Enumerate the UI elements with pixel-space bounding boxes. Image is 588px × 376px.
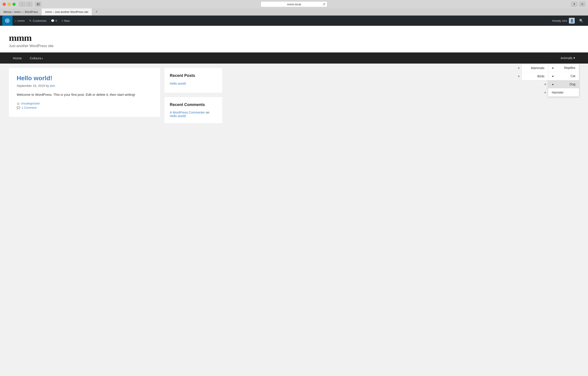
admin-bar-comments[interactable]: 💬 0 xyxy=(49,16,59,26)
main-wrapper: Hello world! September 16, 2019 by tom W… xyxy=(0,63,588,132)
forward-button[interactable]: › xyxy=(26,2,32,7)
comment-post-link[interactable]: Hello world! xyxy=(170,114,186,118)
article-footer: 🗂 Uncategorized 💬 1 Comment xyxy=(17,102,152,109)
animals-dropdown-arrow: ▾ xyxy=(573,56,575,60)
article-categories: 🗂 Uncategorized xyxy=(17,102,152,105)
site-tagline: Just another WordPress site xyxy=(9,44,579,48)
article-comments-link: 💬 1 Comment xyxy=(17,106,152,109)
nav-link-colours[interactable]: Colours xyxy=(26,53,47,63)
comments-icon: 💬 xyxy=(51,19,54,22)
wp-logo[interactable]: W xyxy=(2,16,12,26)
animals-submenu-birds[interactable]: Birds xyxy=(522,72,548,80)
animals-dropdown-item-reptiles[interactable]: ◂ Reptiles xyxy=(548,64,579,72)
category-icon: 🗂 xyxy=(17,102,20,105)
recent-posts-list: Hello world! xyxy=(170,82,217,85)
article-meta: September 16, 2019 by tom xyxy=(17,84,152,88)
animals-submenu-mammals[interactable]: Mammals xyxy=(522,64,548,72)
address-bar[interactable]: mmm.local ↺ xyxy=(261,1,327,7)
tab-2[interactable]: mmm – Just another WordPress site xyxy=(42,9,92,15)
admin-bar-search[interactable]: 🔍 xyxy=(577,19,586,23)
svg-text:W: W xyxy=(6,20,9,22)
article-title[interactable]: Hello world! xyxy=(17,75,152,82)
wp-admin-bar: W ⌂ mmm ✎ Customize 💬 0 + New Howdy, tom… xyxy=(0,16,588,26)
site-nav: Home Colours Animals ▾ ◂ Reptiles xyxy=(0,52,588,63)
tab-bar: Menus ‹ mmm — WordPress mmm – Just anoth… xyxy=(0,9,588,16)
site-title[interactable]: mmm xyxy=(9,32,579,43)
article-card: Hello world! September 16, 2019 by tom W… xyxy=(9,68,160,117)
nav-item-colours[interactable]: Colours xyxy=(26,53,47,63)
recent-posts-title: Recent Posts xyxy=(170,73,217,78)
recent-comments-title: Recent Comments xyxy=(170,103,217,107)
recent-post-item: Hello world! xyxy=(170,82,217,85)
admin-bar-right: Howdy, tom 👤 🔍 xyxy=(550,16,586,26)
customize-icon: ✎ xyxy=(29,19,32,22)
nav-link-animals[interactable]: Animals ▾ xyxy=(556,52,579,63)
svg-rect-3 xyxy=(37,3,38,5)
share-button[interactable]: ⬆ xyxy=(571,2,577,7)
animals-dropdown-item-dog[interactable]: ◂ Dog xyxy=(548,80,579,88)
site-icon: ⌂ xyxy=(15,19,16,22)
article-comments[interactable]: 1 Comment xyxy=(21,106,36,109)
comment-icon: 💬 xyxy=(17,106,20,109)
recent-comment-text: A WordPress Commenter on Hello world! xyxy=(170,111,217,118)
new-tab-plus-button[interactable]: + xyxy=(93,9,100,15)
submenu-arrow-left-cat: ◂ xyxy=(552,74,553,78)
article-category-link[interactable]: Uncategorized xyxy=(21,102,40,105)
submenu-arrow-left: ◂ xyxy=(552,66,553,70)
nav-item-home[interactable]: Home xyxy=(9,53,26,63)
animals-submenu-right: Mammals Birds xyxy=(522,64,548,80)
animals-dropdown-list: ◂ Reptiles ◂ Cat ◂ xyxy=(548,64,579,96)
svg-rect-2 xyxy=(37,5,40,5)
animals-dropdown-item-cat[interactable]: ◂ Cat xyxy=(548,72,579,80)
commenter-link[interactable]: A WordPress Commenter xyxy=(170,111,205,114)
nav-link-home[interactable]: Home xyxy=(9,53,26,63)
recent-comments-widget: Recent Comments A WordPress Commenter on… xyxy=(164,97,222,123)
submenu-arrow-left-dog: ◂ xyxy=(552,83,553,86)
svg-rect-0 xyxy=(37,3,40,4)
maximize-button[interactable] xyxy=(12,3,16,6)
admin-bar-new[interactable]: + New xyxy=(59,16,72,26)
new-tab-button[interactable]: ⧉ xyxy=(579,2,585,7)
url-display: mmm.local xyxy=(287,3,301,6)
admin-bar-customize[interactable]: ✎ Customize xyxy=(27,16,48,26)
content-area: Hello world! September 16, 2019 by tom W… xyxy=(9,68,160,127)
admin-bar-site[interactable]: ⌂ mmm xyxy=(12,16,27,26)
nav-item-animals[interactable]: Animals ▾ ◂ Reptiles xyxy=(556,52,579,63)
recent-post-link[interactable]: Hello world! xyxy=(170,82,186,85)
tab-1[interactable]: Menus ‹ mmm — WordPress xyxy=(0,9,42,15)
article-content: Welcome to WordPress. This is your first… xyxy=(17,92,152,97)
recent-posts-widget: Recent Posts Hello world! xyxy=(164,68,222,93)
back-button[interactable]: ‹ xyxy=(19,2,25,7)
animals-dropdown-item-hamster[interactable]: Hamster xyxy=(548,88,579,96)
article-author[interactable]: tom xyxy=(50,84,55,88)
animals-submenu-right-list: Mammals Birds xyxy=(522,64,548,80)
user-avatar: 👤 xyxy=(569,18,575,23)
nav-menu: Home Colours Animals ▾ ◂ Reptiles xyxy=(0,52,588,63)
title-bar: ‹ › mmm.local ↺ ⬆ ⧉ xyxy=(0,0,588,9)
admin-bar-howdy[interactable]: Howdy, tom 👤 xyxy=(550,16,577,26)
close-button[interactable] xyxy=(3,3,6,6)
sidebar-toggle-button[interactable] xyxy=(35,2,41,7)
animals-dropdown: ◂ Reptiles ◂ Cat ◂ xyxy=(548,63,579,97)
reload-button[interactable]: ↺ xyxy=(323,2,325,6)
svg-rect-1 xyxy=(37,4,40,4)
article-by: by xyxy=(46,84,50,88)
site-header: mmm Just another WordPress site xyxy=(0,26,588,52)
sidebar: Recent Posts Hello world! Recent Comment… xyxy=(164,68,222,127)
article-date: September 16, 2019 xyxy=(17,84,45,88)
minimize-button[interactable] xyxy=(8,3,11,6)
